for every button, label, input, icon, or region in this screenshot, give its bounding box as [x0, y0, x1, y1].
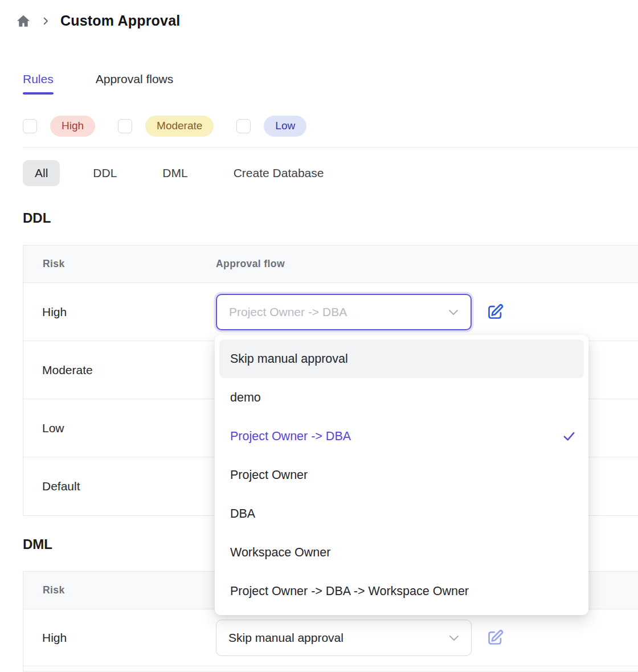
section-title-ddl: DDL [23, 210, 51, 226]
edit-icon [485, 302, 505, 322]
approval-flow-dropdown: Skip manual approval demo Project Owner … [215, 335, 588, 615]
check-icon [561, 428, 577, 444]
dropdown-option-dba[interactable]: DBA [219, 494, 584, 533]
chevron-down-icon [447, 305, 460, 319]
category-tab-create-database[interactable]: Create Database [234, 160, 324, 186]
risk-filter-low: Low [236, 116, 306, 137]
high-checkbox[interactable] [23, 119, 37, 133]
low-checkbox[interactable] [236, 119, 251, 133]
column-header-risk: Risk [23, 584, 216, 596]
table-row-high: High Skip manual approval [23, 609, 638, 666]
dropdown-option-project-owner-dba[interactable]: Project Owner -> DBA [219, 417, 584, 456]
category-tab-all[interactable]: All [23, 160, 60, 186]
dropdown-option-skip-manual-approval[interactable]: Skip manual approval [219, 339, 584, 378]
dropdown-option-workspace-owner[interactable]: Workspace Owner [219, 533, 584, 572]
home-icon[interactable] [16, 14, 31, 28]
moderate-badge: Moderate [145, 116, 214, 137]
moderate-checkbox[interactable] [118, 119, 132, 133]
dropdown-option-demo[interactable]: demo [219, 378, 584, 417]
high-badge: High [50, 116, 95, 137]
column-header-approval-flow: Approval flow [216, 258, 638, 270]
risk-filter-bar: High Moderate Low [23, 116, 306, 137]
breadcrumb: Custom Approval [16, 13, 180, 29]
edit-approval-flow-button[interactable] [484, 301, 506, 323]
category-tabs: All DDL DML Create Database [23, 160, 369, 186]
select-value: Project Owner -> DBA [229, 305, 347, 319]
risk-cell: Low [23, 421, 216, 435]
category-tab-dml[interactable]: DML [162, 160, 187, 186]
risk-filter-high: High [23, 116, 95, 137]
dropdown-option-project-owner[interactable]: Project Owner [219, 456, 584, 494]
page-title: Custom Approval [60, 13, 180, 29]
tab-rules[interactable]: Rules [23, 72, 54, 95]
top-tabs: Rules Approval flows [23, 72, 173, 95]
low-badge: Low [264, 116, 306, 137]
select-value: Skip manual approval [228, 631, 343, 645]
approval-flow-select-dml-high[interactable]: Skip manual approval [216, 620, 472, 656]
category-tab-ddl[interactable]: DDL [93, 160, 117, 186]
table-row-partial [23, 666, 638, 671]
tab-approval-flows[interactable]: Approval flows [96, 72, 174, 95]
edit-icon [485, 628, 505, 648]
table-row-high: High Project Owner -> DBA [23, 283, 638, 341]
risk-filter-moderate: Moderate [118, 116, 214, 137]
risk-cell: Moderate [23, 363, 216, 377]
chevron-down-icon [447, 631, 461, 645]
risk-cell: Default [23, 480, 216, 493]
chevron-right-icon [40, 16, 51, 26]
divider [23, 147, 638, 147]
column-header-risk: Risk [23, 258, 216, 270]
risk-cell: High [23, 631, 216, 645]
dropdown-option-project-owner-dba-workspace-owner[interactable]: Project Owner -> DBA -> Workspace Owner [219, 572, 584, 610]
risk-cell: High [23, 305, 216, 319]
ddl-table-header: Risk Approval flow [23, 245, 638, 283]
edit-approval-flow-button[interactable] [484, 627, 506, 649]
section-title-dml: DML [23, 536, 52, 552]
approval-flow-select-ddl-high[interactable]: Project Owner -> DBA [216, 294, 472, 330]
